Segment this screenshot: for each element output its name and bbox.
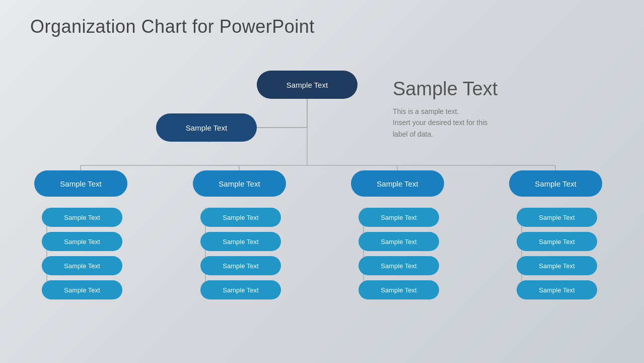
col3-item2: Sample Text bbox=[359, 232, 439, 251]
col3-item4: Sample Text bbox=[359, 280, 439, 299]
level2-node: Sample Text bbox=[156, 113, 257, 142]
col3-item3: Sample Text bbox=[359, 256, 439, 275]
col2-item2: Sample Text bbox=[200, 232, 281, 251]
side-text-box: Sample Text This is a sample text.Insert… bbox=[393, 78, 534, 140]
col2-item4: Sample Text bbox=[200, 280, 281, 299]
col1-item2: Sample Text bbox=[42, 232, 122, 251]
col1-item4: Sample Text bbox=[42, 280, 122, 299]
side-body-text: This is a sample text.Insert your desire… bbox=[393, 106, 534, 140]
col4-item2: Sample Text bbox=[517, 232, 597, 251]
col4-item1: Sample Text bbox=[517, 208, 597, 227]
col2-item1: Sample Text bbox=[200, 208, 281, 227]
col4-item3: Sample Text bbox=[517, 256, 597, 275]
col4-item4: Sample Text bbox=[517, 280, 597, 299]
col1-header: Sample Text bbox=[34, 170, 127, 197]
col3-item1: Sample Text bbox=[359, 208, 439, 227]
col2-item3: Sample Text bbox=[200, 256, 281, 275]
col4-header: Sample Text bbox=[509, 170, 602, 197]
page-title: Organization Chart for PowerPoint bbox=[30, 16, 315, 37]
col1-item1: Sample Text bbox=[42, 208, 122, 227]
col1-item3: Sample Text bbox=[42, 256, 122, 275]
col3-header: Sample Text bbox=[351, 170, 444, 197]
col2-header: Sample Text bbox=[193, 170, 286, 197]
side-headline: Sample Text bbox=[393, 78, 534, 100]
root-node: Sample Text bbox=[257, 71, 357, 99]
